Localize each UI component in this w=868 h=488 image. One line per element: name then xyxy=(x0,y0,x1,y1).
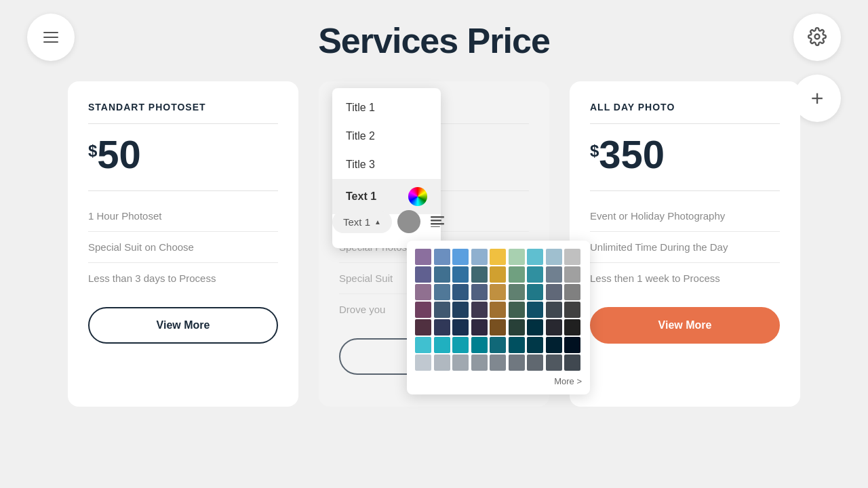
color-swatch[interactable] xyxy=(527,319,543,336)
color-swatch[interactable] xyxy=(434,337,450,353)
card-standart-title: STANDART PHOTOSET xyxy=(88,102,278,113)
color-swatch[interactable] xyxy=(509,266,525,283)
card-allday-feature-3: Less then 1 week to Process xyxy=(590,263,780,293)
color-swatch[interactable] xyxy=(546,249,562,265)
color-more-button[interactable]: More > xyxy=(415,376,582,386)
color-picker-panel: More > xyxy=(407,241,590,394)
toolbar-color-button[interactable] xyxy=(397,210,420,233)
color-swatch[interactable] xyxy=(471,266,488,283)
color-swatch[interactable] xyxy=(546,302,562,318)
align-icon xyxy=(431,216,444,227)
card-standart: STANDART PHOTOSET $50 1 Hour Photoset Sp… xyxy=(68,81,298,407)
svg-rect-1 xyxy=(431,216,444,218)
color-swatch[interactable] xyxy=(490,337,506,353)
color-swatch[interactable] xyxy=(434,319,450,336)
card-allday-currency: $ xyxy=(590,143,599,159)
color-swatch[interactable] xyxy=(415,337,431,353)
color-swatch[interactable] xyxy=(490,284,506,300)
color-swatch[interactable] xyxy=(415,319,431,336)
color-swatch[interactable] xyxy=(509,302,525,318)
card-standart-currency: $ xyxy=(88,143,97,159)
svg-rect-2 xyxy=(431,220,441,222)
color-swatch[interactable] xyxy=(471,249,488,265)
color-swatch[interactable] xyxy=(434,302,450,318)
card-allday-title: All Day Photo xyxy=(590,102,780,113)
color-swatch[interactable] xyxy=(434,284,450,300)
color-swatch[interactable] xyxy=(452,266,469,283)
dropdown-item-title2[interactable]: Title 2 xyxy=(332,122,441,150)
color-swatch[interactable] xyxy=(527,249,543,265)
color-swatch[interactable] xyxy=(564,337,580,353)
color-swatch[interactable] xyxy=(415,302,431,318)
color-swatch[interactable] xyxy=(452,249,469,265)
color-swatch[interactable] xyxy=(471,284,488,300)
color-swatch[interactable] xyxy=(415,284,431,300)
text-toolbar: Text 1 ▲ xyxy=(332,210,449,233)
color-swatch[interactable] xyxy=(509,249,525,265)
card-allday-view-more[interactable]: View More xyxy=(590,307,780,344)
color-swatch[interactable] xyxy=(546,354,562,371)
color-swatch[interactable] xyxy=(452,284,469,300)
color-swatch[interactable] xyxy=(490,266,506,283)
card-allday-feature-2: Unlimited Time During the Day xyxy=(590,232,780,263)
color-swatch[interactable] xyxy=(527,337,543,353)
card-standart-feature-2: Special Suit on Choose xyxy=(88,232,278,263)
color-swatch[interactable] xyxy=(471,319,488,336)
color-swatch[interactable] xyxy=(452,302,469,318)
color-swatch[interactable] xyxy=(415,249,431,265)
color-swatch[interactable] xyxy=(415,266,431,283)
color-swatch[interactable] xyxy=(527,354,543,371)
color-swatch[interactable] xyxy=(415,354,431,371)
color-swatch[interactable] xyxy=(490,249,506,265)
dropdown-item-title1[interactable]: Title 1 xyxy=(332,94,441,122)
color-swatch[interactable] xyxy=(546,337,562,353)
color-swatch[interactable] xyxy=(471,302,488,318)
color-swatch[interactable] xyxy=(564,249,580,265)
plus-icon: + xyxy=(811,87,824,109)
color-swatch[interactable] xyxy=(490,302,506,318)
color-swatch[interactable] xyxy=(471,354,488,371)
color-swatch[interactable] xyxy=(509,319,525,336)
color-swatch[interactable] xyxy=(490,354,506,371)
color-swatch[interactable] xyxy=(434,249,450,265)
svg-rect-4 xyxy=(431,226,440,227)
color-swatch[interactable] xyxy=(546,266,562,283)
color-swatch[interactable] xyxy=(546,284,562,300)
color-swatch[interactable] xyxy=(564,319,580,336)
color-swatch[interactable] xyxy=(452,319,469,336)
color-swatch[interactable] xyxy=(564,354,580,371)
color-swatch[interactable] xyxy=(509,354,525,371)
color-swatch[interactable] xyxy=(527,302,543,318)
toolbar-align-button[interactable] xyxy=(426,210,449,233)
card-allday-price: $350 xyxy=(590,135,780,174)
color-swatch[interactable] xyxy=(434,266,450,283)
card-standart-price: $50 xyxy=(88,135,278,174)
color-swatch[interactable] xyxy=(434,354,450,371)
color-swatch[interactable] xyxy=(509,337,525,353)
dropdown-item-text1[interactable]: Text 1 xyxy=(332,179,441,214)
toolbar-text-label: Text 1 xyxy=(343,216,370,228)
color-swatch[interactable] xyxy=(490,319,506,336)
color-swatch[interactable] xyxy=(564,284,580,300)
color-wheel-icon[interactable] xyxy=(408,187,427,206)
color-swatch[interactable] xyxy=(564,302,580,318)
card-allday-feature-1: Event or Holiday Photography xyxy=(590,201,780,232)
color-swatch[interactable] xyxy=(527,266,543,283)
card-standart-view-more[interactable]: View More xyxy=(88,307,278,344)
svg-rect-3 xyxy=(431,223,444,225)
toolbar-label-btn[interactable]: Text 1 ▲ xyxy=(332,211,392,233)
color-swatch[interactable] xyxy=(564,266,580,283)
color-swatch[interactable] xyxy=(509,284,525,300)
color-swatch[interactable] xyxy=(527,284,543,300)
color-swatch[interactable] xyxy=(546,319,562,336)
card-standart-feature-3: Less than 3 days to Process xyxy=(88,263,278,293)
color-swatch[interactable] xyxy=(452,354,469,371)
add-button[interactable]: + xyxy=(793,75,841,122)
page-header: Services Price xyxy=(0,0,868,75)
color-swatch[interactable] xyxy=(452,337,469,353)
card-allday: All Day Photo $350 Event or Holiday Phot… xyxy=(570,81,800,407)
dropdown-item-title3[interactable]: Title 3 xyxy=(332,150,441,179)
card-standart-feature-1: 1 Hour Photoset xyxy=(88,201,278,232)
chevron-up-icon: ▲ xyxy=(374,218,381,226)
color-swatch[interactable] xyxy=(471,337,488,353)
